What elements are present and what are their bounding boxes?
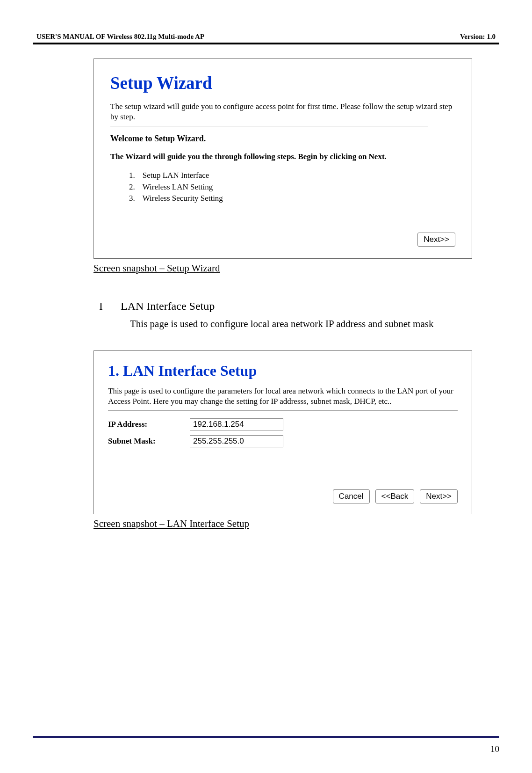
- footer-rule: [33, 736, 499, 738]
- subnet-mask-input[interactable]: [190, 435, 283, 447]
- section-body: This page is used to configure local are…: [130, 316, 472, 332]
- step-label: Wireless Security Setting: [143, 193, 223, 204]
- caption-setup-wizard: Screen snapshot – Setup Wizard: [93, 263, 472, 274]
- page-number: 10: [490, 744, 499, 754]
- lan-interface-screenshot: 1. LAN Interface Setup This page is used…: [93, 350, 472, 514]
- back-button[interactable]: <<Back: [375, 489, 415, 503]
- section-number: I: [99, 300, 103, 313]
- next-button[interactable]: Next>>: [417, 233, 455, 247]
- cancel-button[interactable]: Cancel: [333, 489, 370, 503]
- list-item: 3.Wireless Security Setting: [129, 193, 455, 204]
- wizard-steps-list: 1.Setup LAN Interface 2.Wireless LAN Set…: [129, 170, 455, 204]
- divider: [108, 410, 458, 411]
- caption-lan-interface: Screen snapshot – LAN Interface Setup: [93, 518, 472, 530]
- header-right: Version: 1.0: [460, 33, 496, 41]
- step-num: 3.: [129, 193, 135, 204]
- next-button[interactable]: Next>>: [420, 489, 458, 503]
- wizard-welcome: Welcome to Setup Wizard.: [110, 134, 455, 144]
- step-num: 2.: [129, 182, 135, 193]
- ip-address-label: IP Address:: [108, 420, 190, 429]
- list-item: 1.Setup LAN Interface: [129, 170, 455, 182]
- setup-wizard-screenshot: Setup Wizard The setup wizard will guide…: [93, 58, 472, 259]
- wizard-title: Setup Wizard: [110, 73, 455, 93]
- step-label: Setup LAN Interface: [143, 170, 209, 182]
- wizard-guide: The Wizard will guide you the through fo…: [110, 152, 455, 161]
- header-left: USER'S MANUAL OF Wireless 802.11g Multi-…: [36, 33, 204, 41]
- divider: [110, 126, 428, 126]
- wizard-description: The setup wizard will guide you to confi…: [110, 102, 455, 122]
- header-rule: [33, 43, 499, 44]
- list-item: 2.Wireless LAN Setting: [129, 182, 455, 193]
- lan-description: This page is used to configure the param…: [108, 386, 458, 407]
- step-num: 1.: [129, 170, 135, 182]
- ip-address-input[interactable]: [190, 418, 283, 430]
- section-title: LAN Interface Setup: [121, 300, 215, 313]
- step-label: Wireless LAN Setting: [143, 182, 213, 193]
- subnet-mask-label: Subnet Mask:: [108, 437, 190, 446]
- lan-title: 1. LAN Interface Setup: [108, 362, 458, 379]
